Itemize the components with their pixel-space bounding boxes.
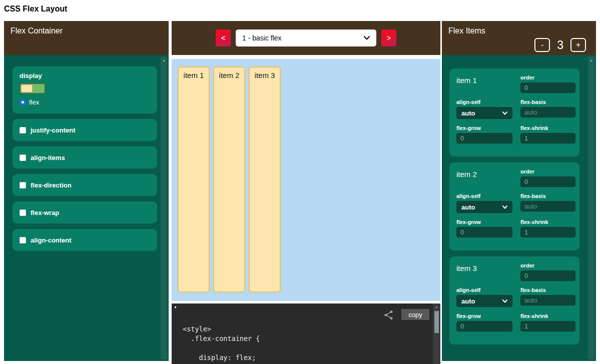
preset-bar: < 1 - basic flex >: [172, 21, 440, 55]
flex-items-title: Flex Items: [442, 21, 596, 36]
code-panel-scrollbar[interactable]: ▲: [433, 304, 440, 364]
order-input[interactable]: [520, 82, 575, 93]
copy-button[interactable]: copy: [401, 309, 429, 320]
flex-grow-input[interactable]: [456, 321, 512, 332]
cursor-dot: [175, 306, 176, 308]
flex-grow-label: flex-grow: [456, 125, 512, 131]
flex-basis-input[interactable]: [520, 107, 575, 118]
display-toggle[interactable]: [20, 83, 46, 94]
order-input[interactable]: [520, 176, 575, 187]
remove-item-button[interactable]: -: [534, 38, 550, 52]
flex-items-panel: Flex Items - 3 + item 1 order align-self…: [442, 21, 596, 361]
flex-shrink-input[interactable]: [520, 133, 575, 144]
align-self-label: align-self: [456, 99, 512, 105]
property-label: align-items: [31, 154, 65, 162]
flex-grow-input[interactable]: [456, 227, 512, 238]
item-1-card: item 1 order align-self auto flex-basis …: [449, 68, 579, 156]
preview-flex-item-3: item 3: [249, 66, 281, 292]
page-title: CSS Flex Layout: [4, 4, 67, 14]
item-card-title: item 1: [456, 74, 512, 93]
chevron-down-icon: [502, 300, 507, 303]
flex-basis-label: flex-basis: [520, 193, 575, 199]
flex-container-body: display flex justify-content align-items…: [4, 55, 169, 361]
flex-preview-container: item 1 item 2 item 3: [172, 59, 440, 301]
preview-column: < 1 - basic flex > item 1 item 2 item 3 …: [172, 21, 440, 364]
align-self-select[interactable]: auto: [456, 201, 512, 213]
checkbox-icon[interactable]: [20, 210, 26, 216]
property-card-flex-wrap[interactable]: flex-wrap: [13, 202, 157, 224]
order-label: order: [520, 74, 575, 80]
align-self-field: align-self auto: [456, 287, 512, 307]
display-label: display: [20, 72, 150, 80]
order-label: order: [520, 262, 575, 268]
align-self-value: auto: [461, 298, 475, 305]
flex-grow-input[interactable]: [456, 133, 512, 144]
display-flex-radio-row[interactable]: flex: [20, 98, 150, 106]
flex-grow-label: flex-grow: [456, 219, 512, 225]
chevron-down-icon: [502, 112, 507, 115]
checkbox-icon[interactable]: [20, 154, 26, 161]
order-field: order: [520, 262, 575, 281]
flex-shrink-field: flex-shrink: [520, 219, 575, 238]
flex-container-panel: Flex Container display flex justify-cont…: [4, 21, 169, 361]
flex-grow-field: flex-grow: [456, 125, 512, 144]
prev-preset-button[interactable]: <: [216, 30, 231, 46]
flex-basis-input[interactable]: [520, 295, 575, 306]
flex-shrink-label: flex-shrink: [520, 313, 575, 319]
flex-grow-field: flex-grow: [456, 313, 512, 332]
order-input[interactable]: [520, 270, 575, 281]
align-self-field: align-self auto: [456, 99, 512, 119]
share-icon[interactable]: [383, 310, 394, 320]
property-card-flex-direction[interactable]: flex-direction: [13, 174, 157, 196]
flex-shrink-label: flex-shrink: [520, 125, 575, 131]
align-self-value: auto: [461, 204, 475, 211]
scrollbar-thumb[interactable]: [434, 311, 439, 333]
flex-basis-field: flex-basis: [520, 99, 575, 119]
order-field: order: [520, 168, 575, 187]
chevron-down-icon: [502, 206, 507, 209]
checkbox-icon[interactable]: [20, 182, 26, 188]
item-2-card: item 2 order align-self auto flex-basis …: [449, 162, 579, 250]
flex-items-body: item 1 order align-self auto flex-basis …: [442, 55, 596, 361]
css-code-text: <style> .flex-container { display: flex;: [172, 304, 440, 362]
right-panel-scrollbar[interactable]: ▲: [588, 56, 594, 360]
item-count-control: - 3 +: [534, 38, 586, 52]
preview-flex-item-1: item 1: [178, 66, 210, 292]
left-panel-scrollbar[interactable]: ▲: [161, 56, 167, 360]
display-flex-radio-label: flex: [29, 98, 39, 106]
order-label: order: [520, 168, 575, 174]
property-label: align-content: [31, 236, 72, 244]
scroll-up-icon[interactable]: ▲: [433, 304, 440, 308]
item-card-title: item 3: [456, 262, 512, 281]
next-preset-button[interactable]: >: [381, 30, 396, 46]
flex-shrink-input[interactable]: [520, 321, 575, 332]
checkbox-icon[interactable]: [20, 127, 26, 134]
align-self-select[interactable]: auto: [456, 295, 512, 307]
radio-selected-icon[interactable]: [20, 99, 26, 106]
display-card: display flex: [13, 66, 157, 114]
checkbox-icon[interactable]: [20, 237, 26, 244]
flex-basis-input[interactable]: [520, 201, 575, 212]
scroll-up-icon[interactable]: ▲: [161, 56, 167, 62]
item-3-card: item 3 order align-self auto flex-basis …: [449, 256, 579, 344]
flex-grow-label: flex-grow: [456, 313, 512, 319]
property-card-align-items[interactable]: align-items: [13, 146, 157, 168]
property-card-align-content[interactable]: align-content: [13, 229, 157, 251]
align-self-field: align-self auto: [456, 193, 512, 213]
item-card-title: item 2: [456, 168, 512, 187]
add-item-button[interactable]: +: [570, 38, 586, 52]
flex-basis-field: flex-basis: [520, 193, 575, 213]
scroll-up-icon[interactable]: ▲: [588, 56, 594, 62]
align-self-value: auto: [461, 110, 475, 117]
toggle-knob-icon: [21, 84, 33, 92]
align-self-select[interactable]: auto: [456, 107, 512, 119]
property-label: justify-content: [31, 126, 76, 134]
preset-select[interactable]: 1 - basic flex: [236, 30, 376, 46]
flex-basis-label: flex-basis: [520, 287, 575, 293]
flex-shrink-input[interactable]: [520, 227, 575, 238]
flex-container-header: Flex Container: [4, 21, 169, 55]
order-field: order: [520, 74, 575, 93]
preset-select-value: 1 - basic flex: [242, 34, 282, 42]
property-card-justify-content[interactable]: justify-content: [13, 119, 157, 141]
flex-shrink-field: flex-shrink: [520, 313, 575, 332]
